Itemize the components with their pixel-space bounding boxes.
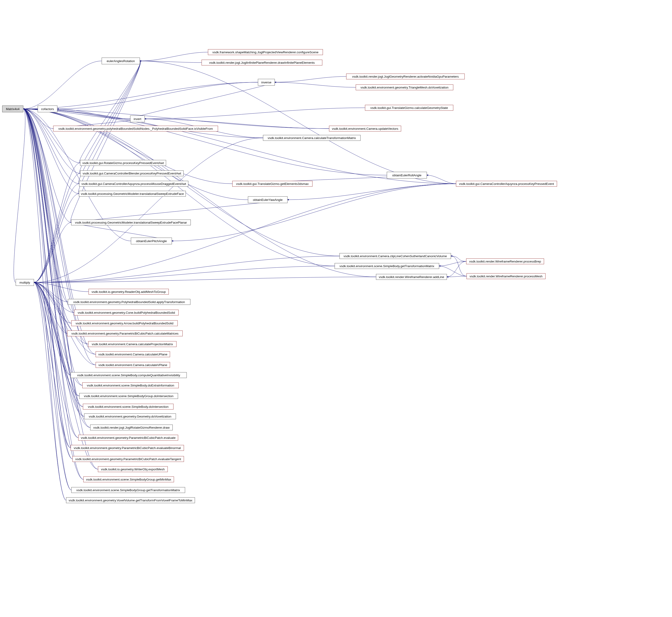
graph-edge	[71, 200, 288, 222]
graph-node-label-inverse: inverse	[261, 80, 272, 84]
graph-edge	[34, 282, 66, 500]
graph-node-label-transSweepPlanar: vsdk.toolkit.processing.GeometricModeler…	[75, 221, 187, 224]
graph-node-label-patchEvalTangent: vsdk.toolkit.environment.geometry.Parame…	[75, 457, 181, 461]
graph-node-label-coneBuild: vsdk.toolkit.environment.geometry.Cone.b…	[78, 311, 175, 315]
graph-edge	[275, 82, 356, 87]
graph-node-label-clipLine: vsdk.toolkit.environment.Camera.clipLine…	[344, 254, 447, 258]
graph-node-label-obtainEulerRollAngle: obtainEulerRollAngle	[392, 174, 422, 177]
graph-node-label-matrix4x4: Matrix4x4	[6, 107, 20, 111]
graph-node-label-computeQI: vsdk.toolkit.environment.scene.SimpleBod…	[77, 374, 180, 377]
graph-edge	[34, 222, 71, 282]
graph-node-label-applyTransformation: vsdk.toolkit.environment.geometry.Polyhe…	[73, 300, 185, 304]
graph-node-label-calcVPlane: vsdk.toolkit.environment.Camera.calculat…	[98, 363, 167, 367]
graph-node-label-translateGizmoElems: vsdk.toolkit.gui.TranslateGizmo.getEleme…	[236, 182, 309, 186]
graph-edge	[451, 256, 467, 276]
graph-node-label-eulerAnglesRotation: eulerAnglesRotation	[107, 59, 135, 63]
graph-edge	[34, 256, 340, 282]
graph-edge	[172, 184, 456, 241]
graph-edge	[145, 108, 365, 119]
graph-edge	[275, 76, 346, 82]
graph-edge	[34, 277, 376, 282]
graph-node-label-transSweepExtrude: vsdk.toolkit.processing.GeometricModeler…	[81, 192, 184, 196]
graph-node-label-voxelVolume: vsdk.toolkit.environment.geometry.VoxelV…	[68, 498, 192, 502]
graph-edge	[23, 109, 68, 302]
graph-node-label-aquynzaKey: vsdk.toolkit.gui.CameraControllerAquynza…	[459, 182, 554, 186]
graph-node-label-invert: invert	[134, 117, 141, 121]
graph-edge	[23, 109, 329, 129]
graph-edge	[34, 282, 71, 448]
graph-node-label-groupTransMatrix: vsdk.toolkit.environment.scene.SimpleBod…	[76, 488, 180, 492]
graph-edge	[23, 109, 96, 354]
graph-node-label-blenderKey: vsdk.toolkit.gui.CameraControllerBlender…	[82, 172, 181, 175]
graph-node-label-readerObj: vsdk.toolkit.io.geometry.ReaderObj.addMe…	[92, 290, 166, 293]
graph-node-label-aquynzaMouse: vsdk.toolkit.gui.CameraControllerAquynza…	[81, 182, 186, 186]
graph-edge	[451, 256, 466, 261]
graph-node-label-calcTransformationMatrix: vsdk.toolkit.environment.Camera.calculat…	[268, 136, 356, 140]
graph-edge	[23, 109, 335, 266]
graph-node-label-geomVoxel: vsdk.toolkit.environment.geometry.Geomet…	[89, 415, 172, 418]
graph-node-label-cofactors: cofactors	[41, 107, 54, 111]
graph-edge	[23, 109, 387, 175]
graph-edge	[14, 109, 25, 282]
graph-node-label-calcProjMatrix: vsdk.toolkit.environment.Camera.calculat…	[92, 343, 173, 346]
graph-node-label-obtainEulerPitchAngle: obtainEulerPitchAngle	[136, 239, 167, 243]
graph-node-label-arrowBuild: vsdk.toolkit.environment.geometry.Arrow.…	[75, 322, 173, 325]
graph-edge	[427, 175, 456, 184]
graph-node-label-groupIntersect: vsdk.toolkit.environment.scene.SimpleBod…	[84, 394, 173, 398]
graph-node-label-multiply: multiply	[19, 281, 30, 284]
graph-edge	[447, 261, 466, 277]
graph-edge	[23, 109, 71, 448]
graph-edge	[23, 109, 376, 277]
graph-node-label-patchEvalBinormal: vsdk.toolkit.environment.geometry.Parame…	[74, 446, 181, 450]
graph-edge	[34, 138, 263, 282]
graph-node-label-drawInfinitePlaneElements: vsdk.toolkit.render.jogl.JoglInfinitePla…	[209, 61, 315, 64]
graph-edge	[439, 261, 466, 266]
graph-node-label-calculateGeometryState: vsdk.toolkit.gui.TranslateGizmo.calculat…	[370, 106, 448, 110]
graph-node-label-simpleBodyTrans: vsdk.toolkit.environment.scene.SimpleBod…	[340, 264, 435, 268]
graph-edge	[23, 61, 102, 109]
graph-node-label-doVoxelizationTri: vsdk.toolkit.environment.geometry.Triang…	[360, 86, 449, 89]
graph-edge	[71, 61, 141, 222]
graph-node-label-processMesh: vsdk.toolkit.render.WireframeRenderer.pr…	[470, 274, 542, 278]
graph-node-label-patchEval: vsdk.toolkit.environment.geometry.Parame…	[81, 436, 176, 439]
graph-node-label-calcMatrices: vsdk.toolkit.environment.geometry.Parame…	[71, 332, 178, 335]
graph-node-label-addLine: vsdk.toolkit.render.WireframeRenderer.ad…	[379, 275, 444, 279]
graph-node-label-bodyIntersect: vsdk.toolkit.environment.scene.SimpleBod…	[88, 405, 169, 408]
graph-edge	[23, 109, 263, 138]
graph-edge	[23, 82, 258, 109]
graph-node-label-obtainEulerYawAngle: obtainEulerYawAngle	[253, 198, 283, 202]
graph-node-label-calcUPlane: vsdk.toolkit.environment.Camera.calculat…	[98, 353, 167, 356]
graph-node-label-updateVectors: vsdk.toolkit.environment.Camera.updateVe…	[332, 127, 398, 131]
graph-node-label-processBrep: vsdk.toolkit.render.WireframeRenderer.pr…	[469, 260, 541, 263]
graph-edge	[140, 52, 208, 61]
graph-node-label-doExtraInfo: vsdk.toolkit.environment.scene.SimpleBod…	[87, 384, 174, 387]
graph-node-label-groupMinMax: vsdk.toolkit.environment.scene.SimpleBod…	[86, 478, 171, 481]
graph-node-label-activateNvidiaGpuParameters: vsdk.toolkit.render.jogl.JoglGeometryRen…	[352, 75, 459, 78]
graph-node-label-isVisibleFrom: vsdk.toolkit.environment.geometry.polyhe…	[58, 127, 213, 131]
graph-node-label-configureScene: vsdk.framework.shapeMatching.JoglProject…	[212, 50, 319, 54]
graph-edge	[79, 61, 141, 163]
graph-node-label-rotateGizmoKey: vsdk.toolkit.gui.RotateGizmo.processKeyP…	[82, 161, 164, 165]
graph-edge	[288, 184, 456, 200]
graph-node-label-writerObj: vsdk.toolkit.io.geometry.WriterObj.expor…	[101, 467, 165, 471]
graph-edge	[34, 282, 71, 490]
graph-edge	[57, 82, 258, 109]
graph-node-label-rotateGizmoDraw: vsdk.toolkit.render.jogl.JoglRotateGizmo…	[93, 426, 170, 429]
graph-edge	[23, 109, 85, 416]
